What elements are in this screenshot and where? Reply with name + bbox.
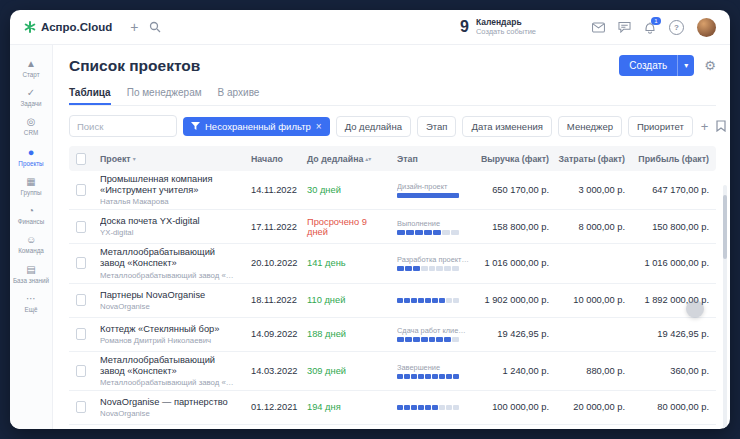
notifications-bell-icon[interactable]: 1 xyxy=(644,21,656,34)
team-icon: ☺ xyxy=(26,235,36,245)
stage-segment xyxy=(451,230,459,235)
filter-button-change-date[interactable]: Дата изменения xyxy=(462,116,551,137)
filter-button-stage[interactable]: Этап xyxy=(417,116,457,137)
project-subtitle: YX-digital xyxy=(100,228,237,237)
row-checkbox[interactable] xyxy=(76,294,86,306)
unsaved-filter-chip[interactable]: Несохраненный фильтр × xyxy=(183,117,330,136)
start-date: 01.12.2021 xyxy=(244,402,300,412)
col-costs[interactable]: Затраты (факт) xyxy=(556,154,632,164)
stage-progress-bar xyxy=(397,374,459,379)
calendar-create-event[interactable]: Создать событие xyxy=(476,28,536,37)
stage-label: Выполнение xyxy=(397,219,469,228)
deadline-value: 30 дней xyxy=(300,185,390,195)
floating-scroll-widget[interactable] xyxy=(686,300,704,318)
table-body: Промышленная компания «Инструмент учител… xyxy=(69,171,716,429)
row-checkbox[interactable] xyxy=(76,257,86,269)
stage-segment xyxy=(439,405,445,410)
row-checkbox[interactable] xyxy=(76,221,86,233)
row-checkbox[interactable] xyxy=(76,401,86,413)
quick-add-button[interactable]: + xyxy=(130,20,138,34)
filter-button-priority[interactable]: Приоритет xyxy=(628,116,693,137)
stage-segment xyxy=(411,298,417,303)
grid-icon: ▦ xyxy=(26,177,35,187)
sidebar-item-finance[interactable]: ◔Финансы xyxy=(11,202,51,229)
search-icon[interactable] xyxy=(149,21,161,33)
chevron-down-icon[interactable]: ▾ xyxy=(677,55,694,76)
table-row[interactable]: Промышленная компания «Инструмент учител… xyxy=(69,171,716,210)
search-input[interactable] xyxy=(69,115,177,137)
stage-segment xyxy=(432,374,438,379)
col-project[interactable]: Проект▾ xyxy=(93,154,244,164)
profit-value: 1 892 000,00 р. xyxy=(632,295,716,305)
app-logo[interactable]: Аспро.Cloud xyxy=(24,21,112,33)
project-name[interactable]: Партнеры NovaOrganise xyxy=(100,290,237,301)
col-stage[interactable]: Этап xyxy=(390,154,476,164)
start-date: 20.10.2022 xyxy=(244,258,300,268)
page-settings-gear-icon[interactable]: ⚙ xyxy=(704,59,716,72)
revenue-value: 650 170,00 р. xyxy=(476,185,556,195)
create-button[interactable]: Создать ▾ xyxy=(619,55,694,76)
project-name[interactable]: Металлообрабатывающий завод «Конспект» xyxy=(100,247,237,269)
tab-by-managers[interactable]: По менеджерам xyxy=(127,83,202,105)
row-checkbox[interactable] xyxy=(76,328,86,340)
project-subtitle: Наталья Макарова xyxy=(100,197,237,206)
project-name[interactable]: Металлообрабатывающий завод «Конспект» xyxy=(100,355,237,377)
project-name[interactable]: NovaOrganise — партнерство xyxy=(100,397,237,408)
deadline-value: Просрочено 9 дней xyxy=(300,217,390,237)
filter-button-deadline[interactable]: До дедлайна xyxy=(336,116,411,137)
mail-icon[interactable] xyxy=(592,22,605,33)
topbar-icons: 1 ? xyxy=(592,18,716,37)
stage-label: Разработка проекта 1 этап xyxy=(397,255,469,264)
profit-value: 150 800,00 р. xyxy=(632,222,716,232)
sidebar: ▲Старт✓Задачи◎CRM●Проекты▦Группы◔Финансы… xyxy=(10,45,53,429)
col-profit[interactable]: Прибыль (факт) xyxy=(632,154,716,164)
stage-segment xyxy=(404,405,410,410)
sidebar-item-knowledge[interactable]: ▤База знаний xyxy=(11,261,51,288)
tab-table[interactable]: Таблица xyxy=(69,83,111,105)
topbar: Аспро.Cloud + 9 Календарь Создать событи… xyxy=(10,10,730,45)
project-name[interactable]: Коттедж «Стеклянный бор» xyxy=(100,324,237,335)
add-filter-button[interactable]: + xyxy=(699,120,711,133)
col-revenue[interactable]: Выручка (факт) xyxy=(476,154,556,164)
sidebar-item-tasks[interactable]: ✓Задачи xyxy=(11,84,51,111)
filter-button-manager[interactable]: Менеджер xyxy=(558,116,622,137)
table-row[interactable]: ХМАО- Сургут01.12.2022Просрочено 7 днейТ… xyxy=(69,425,716,429)
main-content: Список проектов Создать ▾ ⚙ ТаблицаПо ме… xyxy=(53,45,730,429)
sidebar-item-more[interactable]: ⋯Ещё xyxy=(11,290,51,317)
bookmark-icon[interactable] xyxy=(716,120,726,132)
col-deadline[interactable]: До дедлайна▴▾ xyxy=(300,154,390,164)
projects-icon: ● xyxy=(28,147,35,158)
start-date: 14.11.2022 xyxy=(244,185,300,195)
table-row[interactable]: Доска почета YX-digitalYX-digital17.11.2… xyxy=(69,210,716,244)
sidebar-item-projects[interactable]: ●Проекты xyxy=(11,143,51,171)
table-row[interactable]: Металлообрабатывающий завод «Конспект»Ме… xyxy=(69,352,716,391)
stage-segment xyxy=(453,374,459,379)
calendar-widget[interactable]: 9 Календарь Создать событие xyxy=(460,18,536,36)
row-checkbox[interactable] xyxy=(76,365,86,377)
sidebar-item-team[interactable]: ☺Команда xyxy=(11,231,51,258)
table-row[interactable]: Металлообрабатывающий завод «Конспект»Ме… xyxy=(69,244,716,283)
table-row[interactable]: Партнеры NovaOrganiseNovaOrganise18.11.2… xyxy=(69,284,716,318)
deadline-value: 110 дней xyxy=(300,295,390,305)
tab-archive[interactable]: В архиве xyxy=(218,83,260,105)
sidebar-item-crm[interactable]: ◎CRM xyxy=(11,113,51,140)
chat-icon[interactable] xyxy=(618,21,631,33)
close-icon[interactable]: × xyxy=(316,121,322,132)
col-start[interactable]: Начало xyxy=(244,154,300,164)
stage-progress-bar xyxy=(397,337,459,342)
row-checkbox[interactable] xyxy=(76,184,86,196)
user-avatar[interactable] xyxy=(697,18,716,37)
table-row[interactable]: NovaOrganise — партнерствоNovaOrganise01… xyxy=(69,391,716,425)
table-row[interactable]: Коттедж «Стеклянный бор»Романов Дмитрий … xyxy=(69,318,716,352)
project-name[interactable]: Промышленная компания «Инструмент учител… xyxy=(100,174,237,196)
project-name[interactable]: Доска почета YX-digital xyxy=(100,216,237,227)
start-date: 14.09.2022 xyxy=(244,329,300,339)
select-all-checkbox[interactable] xyxy=(76,153,86,165)
sidebar-item-groups[interactable]: ▦Группы xyxy=(11,173,51,200)
stage-segment xyxy=(436,337,443,342)
scrollbar-thumb[interactable] xyxy=(723,195,727,259)
help-icon[interactable]: ? xyxy=(669,20,684,35)
sidebar-item-label: Проекты xyxy=(18,160,43,167)
sidebar-item-start[interactable]: ▲Старт xyxy=(11,55,51,82)
stage-segment xyxy=(446,405,452,410)
